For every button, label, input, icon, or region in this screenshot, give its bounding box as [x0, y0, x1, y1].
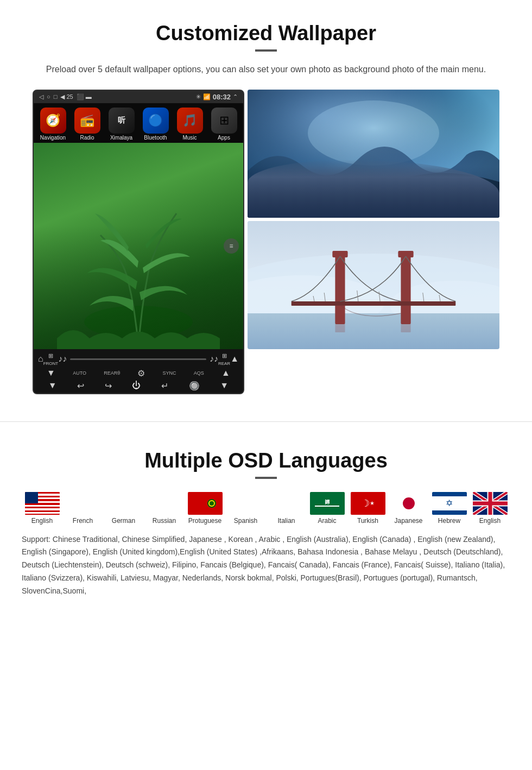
radio-label: Radio [80, 135, 94, 141]
up-arrow-right[interactable]: ▲ [221, 368, 230, 378]
down-arrow-bottom[interactable]: ▼ [48, 381, 57, 390]
audio-btn[interactable]: ↪ [105, 381, 112, 391]
wallpaper-title: Customized Wallpaper [33, 22, 499, 45]
flag-il-middle: ✡ [432, 496, 467, 510]
flag-pt-emblem-inner [210, 501, 214, 506]
home-btn[interactable]: ⌂ [38, 354, 43, 364]
flag-label-english-uk: English [479, 517, 501, 525]
uk-flag-svg [473, 492, 508, 515]
flag-pt-emblem [207, 499, 216, 508]
section-divider-line [0, 421, 532, 422]
bt-label: Bluetooth [144, 135, 167, 141]
app-bluetooth[interactable]: 🔵 Bluetooth [138, 108, 173, 141]
rear-eq-icon: ⊞REAR [218, 352, 230, 366]
app-navigation[interactable]: 🧭 Navigation [36, 108, 70, 141]
svg-rect-19 [335, 305, 345, 332]
title-divider [255, 49, 277, 52]
flag-item-english-uk: English [470, 492, 510, 525]
auto-label: AUTO [73, 370, 86, 376]
eq-icon[interactable]: ♪♪ [58, 354, 67, 364]
bottom-row-1: ⌂ ⊞FRONT ♪♪ ♪♪ ⊞REAR ▲ [38, 352, 239, 366]
bluetooth-status-icon: ✳ [196, 93, 201, 100]
flag-item-english-us: English [22, 492, 62, 525]
square-icon: □ [54, 93, 58, 100]
app-row: 🧭 Navigation 📻 Radio 听 Ximalaya 🔵 Blueto… [34, 103, 243, 143]
app-radio[interactable]: 📻 Radio [70, 108, 104, 141]
svg-rect-20 [401, 305, 410, 332]
apps-label: Apps [218, 135, 230, 141]
icons-group: ⬛ ▬ [77, 93, 92, 100]
flag-us [25, 492, 60, 515]
signal-icon: 📶 [203, 93, 211, 100]
bridge-svg [248, 221, 499, 349]
flag-label-japanese: Japanese [394, 517, 422, 525]
support-text: Support: Chinese Traditional, Chinese Si… [22, 533, 510, 598]
flag-item-hebrew: ✡ Hebrew [429, 492, 470, 525]
xim-icon-img: 听 [109, 108, 135, 134]
ac-btn[interactable]: 🔘 [189, 381, 200, 391]
app-apps[interactable]: ⊞ Apps [207, 108, 241, 141]
flag-il-top-stripe [432, 492, 467, 496]
rocks-detail [248, 160, 499, 217]
back-btn[interactable]: ↩ [77, 381, 84, 391]
wifi-icon: ⌃ [233, 93, 238, 100]
bottom-row-2: ▼ AUTO REARθ ⚙ SYNC AQS ▲ [38, 368, 239, 378]
flag-label-hebrew: Hebrew [438, 517, 460, 525]
bridge-photo [248, 221, 499, 349]
phone-wallpaper-display: ≡ [34, 143, 243, 349]
flag-item-turkish: ☽ ★ Turkish [347, 492, 388, 525]
volume-slider[interactable] [70, 358, 206, 360]
eq2-icon[interactable]: ♪♪ [210, 354, 218, 364]
flag-label-russian: Russian [153, 517, 176, 525]
flag-item-japanese: Japanese [388, 492, 429, 525]
down-arrow-left[interactable]: ▼ [47, 368, 55, 378]
status-left: ◁ ○ □ ◀ 25 ⬛ ▬ [39, 93, 92, 100]
flag-ru [147, 492, 182, 515]
flag-label-french: French [73, 517, 93, 525]
lang-title-divider [255, 477, 277, 479]
scroll-circle[interactable]: ≡ [224, 238, 239, 254]
plant-illustration [57, 159, 220, 349]
music-label: Music [182, 135, 197, 141]
flag-jp-circle [403, 497, 415, 509]
flag-label-italian: Italian [277, 517, 295, 525]
radio-icon-img: 📻 [74, 108, 100, 134]
flag-sa: ﷽ [310, 492, 345, 515]
rear-label: REARθ [104, 370, 120, 376]
wallpaper-subtitle: Preload over 5 default wallpaper options… [33, 62, 499, 77]
app-music[interactable]: 🎵 Music [173, 108, 207, 141]
flag-es [229, 492, 263, 515]
apps-icon-img: ⊞ [211, 108, 237, 134]
flag-sa-line [315, 506, 339, 507]
languages-section: Multiple OSD Languages English French [0, 433, 532, 614]
flag-tr-crescent: ☽ [361, 497, 370, 509]
wallpaper-demo: ◁ ○ □ ◀ 25 ⬛ ▬ ✳ 📶 08:32 ⌃ 🧭 Navigation [33, 90, 499, 394]
phone-mockup: ◁ ○ □ ◀ 25 ⬛ ▬ ✳ 📶 08:32 ⌃ 🧭 Navigation [33, 90, 244, 394]
flag-pt-red [201, 499, 223, 508]
media-btn[interactable]: ↵ [161, 381, 168, 391]
wallpaper-section: Customized Wallpaper Preload over 5 defa… [0, 0, 532, 411]
settings-icon[interactable]: ⚙ [137, 368, 145, 378]
flag-pt [188, 492, 223, 515]
flag-item-russian: Russian [144, 492, 185, 525]
app-ximalaya[interactable]: 听 Ximalaya [104, 108, 138, 141]
power-btn[interactable]: ⏻ [132, 381, 141, 390]
aqs-label: AQS [194, 370, 204, 376]
flag-label-turkish: Turkish [357, 517, 378, 525]
right-photos [248, 90, 499, 349]
flag-item-portuguese: Protuguese [185, 492, 225, 525]
flag-item-arabic: ﷽ Arabic [307, 492, 347, 525]
xim-label: Ximalaya [110, 135, 132, 141]
music-icon-img: 🎵 [177, 108, 203, 134]
status-right: ✳ 📶 08:32 ⌃ [196, 93, 238, 101]
flag-item-french: French [62, 492, 103, 525]
down-arrow-far[interactable]: ▼ [220, 381, 229, 390]
nav-icon-img: 🧭 [40, 108, 66, 134]
flag-label-portuguese: Protuguese [188, 517, 221, 525]
flag-fr [66, 492, 100, 515]
flag-item-italian: Italian [266, 492, 307, 525]
sync-label: SYNC [163, 370, 176, 376]
flag-il: ✡ [432, 492, 467, 515]
svg-rect-7 [248, 313, 499, 349]
up-arrow-btn[interactable]: ▲ [230, 354, 239, 364]
